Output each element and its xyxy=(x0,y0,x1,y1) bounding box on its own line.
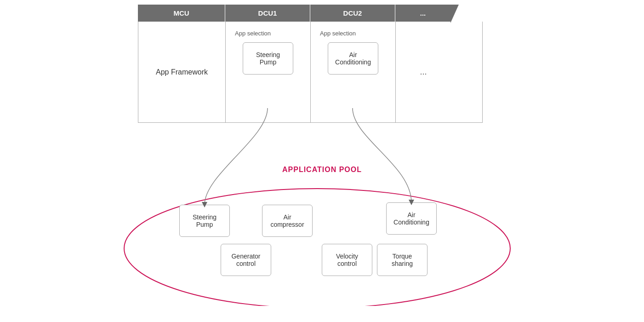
pool-app-velocity: Velocity control xyxy=(322,244,372,276)
pool-app-steering: Steering Pump xyxy=(179,205,230,237)
app-framework-label: App Framework xyxy=(156,68,208,76)
cell-dots: ... xyxy=(396,22,451,122)
pool-app-torque: Torque sharing xyxy=(377,244,427,276)
col-header-mcu: MCU xyxy=(138,5,225,22)
cell-dcu2: App selection Air Conditioning xyxy=(311,22,396,122)
pool-app-air-cond: Air Conditioning xyxy=(386,202,437,235)
dots-cell-label: ... xyxy=(420,67,427,77)
top-table: MCU DCU1 DCU2 ... App Framework App sele… xyxy=(138,5,483,123)
col-header-dots: ... xyxy=(395,5,450,22)
pool-app-air-comp: Air compressor xyxy=(262,205,313,237)
pool-ellipse xyxy=(120,177,515,306)
dcu2-app-box: Air Conditioning xyxy=(328,42,378,75)
cell-dcu1: App selection Steering Pump xyxy=(226,22,311,122)
col-header-dcu2: DCU2 xyxy=(310,5,395,22)
col-header-dcu1: DCU1 xyxy=(225,5,310,22)
pool-app-gen-ctrl: Generator control xyxy=(221,244,271,276)
table-body: App Framework App selection Steering Pum… xyxy=(138,22,483,123)
cell-mcu: App Framework xyxy=(138,22,226,122)
table-header: MCU DCU1 DCU2 ... xyxy=(138,5,483,22)
pool-label: APPLICATION POOL xyxy=(282,166,362,174)
dcu1-app-box: Steering Pump xyxy=(243,42,293,75)
dcu2-app-selection-label: App selection xyxy=(320,30,356,37)
dcu1-app-selection-label: App selection xyxy=(235,30,271,37)
